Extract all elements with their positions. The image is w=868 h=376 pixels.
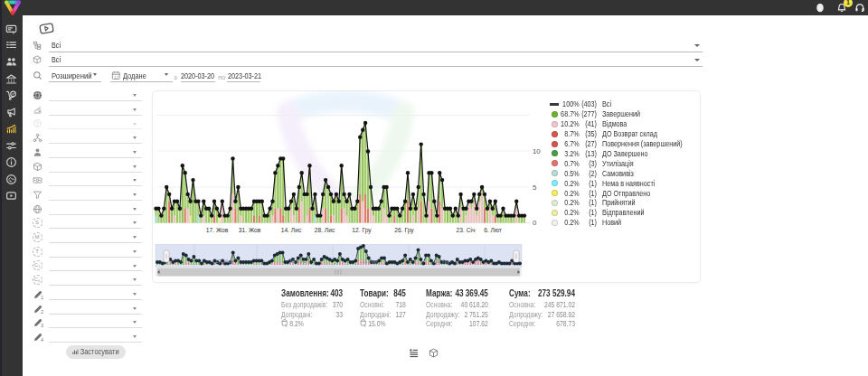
svg-text:26. Гру: 26. Гру [434,258,450,264]
svg-text:17: 17 [114,75,118,80]
svg-text:2: 2 [41,310,43,315]
svg-text:1: 1 [41,296,43,300]
svg-text:%: % [363,324,366,328]
svg-text:14. Лис: 14. Лис [289,258,307,264]
svg-text:4: 4 [41,338,43,343]
svg-text:17. Жов: 17. Жов [215,258,233,264]
svg-text:3: 3 [41,324,43,329]
svg-text:%: % [285,324,288,328]
svg-text:12. Гру: 12. Гру [362,258,378,264]
